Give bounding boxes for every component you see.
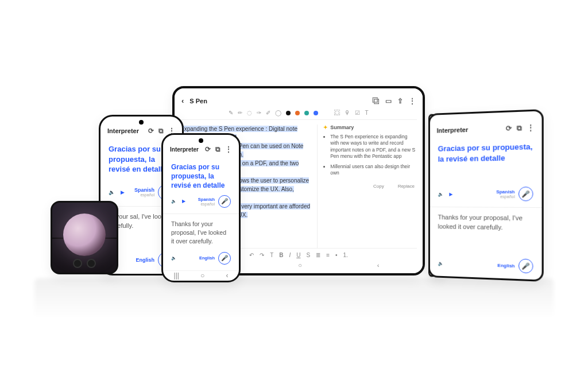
bookmark-icon[interactable]: ▭ <box>385 97 392 105</box>
play-icon[interactable] <box>121 189 125 195</box>
more-icon[interactable]: ⋮ <box>409 97 416 105</box>
bullet-list-icon[interactable]: • <box>335 252 338 258</box>
sparkle-icon <box>323 125 328 130</box>
number-list-icon[interactable]: 1. <box>343 252 348 258</box>
nav-back-icon[interactable]: ‹ <box>377 262 380 269</box>
play-icon[interactable] <box>449 192 452 197</box>
phone-front: Interpreter Gracias por su propuesta, la… <box>161 133 241 282</box>
source-language[interactable]: Spanish <box>496 189 514 195</box>
speaker-icon[interactable] <box>438 261 444 266</box>
todo-icon[interactable]: ☑ <box>355 110 360 116</box>
source-language[interactable]: Spanish <box>198 197 215 202</box>
flip-cameras <box>73 259 96 268</box>
mic-button[interactable] <box>218 195 231 208</box>
replace-button[interactable]: Replace <box>398 184 415 189</box>
reader-icon[interactable]: ⿻ <box>373 97 380 105</box>
fold-device-main: Interpreter Gracias por su propuesta, la… <box>428 109 544 282</box>
tablet-notes-header: ‹ S Pen ⿻ ▭ ⇪ ⋮ <box>180 94 417 108</box>
pen-tool-4-icon[interactable]: ✐ <box>266 110 270 116</box>
play-icon[interactable] <box>182 199 185 204</box>
text-icon[interactable]: T <box>365 110 368 116</box>
target-text: Thanks for your proposal, I've looked it… <box>438 214 533 234</box>
copy-button[interactable]: Copy <box>373 184 384 189</box>
summary-bullet: Millennial users can also design their o… <box>330 164 417 177</box>
color-blue[interactable] <box>314 111 318 115</box>
history-icon[interactable] <box>148 127 154 135</box>
flip-device-closed <box>51 201 118 274</box>
mic-icon <box>221 198 228 204</box>
text-tool[interactable]: T <box>270 252 273 258</box>
mic-icon <box>521 262 530 270</box>
color-orange[interactable] <box>295 111 300 115</box>
history-icon[interactable] <box>205 145 211 153</box>
summary-title: Summary <box>330 125 354 130</box>
phone-system-nav: ||| ○ ‹ <box>163 270 239 281</box>
pen-tool-3-icon[interactable]: ✑ <box>257 110 261 116</box>
speaker-icon[interactable] <box>109 189 115 195</box>
mic-icon <box>221 255 228 261</box>
eraser-icon[interactable]: ◌ <box>247 110 252 116</box>
mic-icon <box>521 191 530 199</box>
nav-back-icon[interactable]: ‹ <box>226 271 228 280</box>
pen-icon[interactable]: ✎ <box>229 110 233 116</box>
mic-button[interactable] <box>218 252 231 265</box>
camera-notch <box>199 138 203 143</box>
color-black[interactable] <box>286 111 291 115</box>
target-language[interactable]: English <box>199 255 215 261</box>
align-center-icon[interactable]: ≡ <box>326 252 330 258</box>
target-language[interactable]: English <box>136 257 154 263</box>
source-text: Gracias por su propuesta, la revisé en d… <box>438 141 533 164</box>
speaker-icon[interactable] <box>171 199 176 204</box>
redo-icon[interactable]: ↷ <box>260 252 264 258</box>
speaker-icon[interactable] <box>171 255 176 261</box>
surface-reflection <box>34 278 554 319</box>
align-left-icon[interactable]: ≣ <box>316 252 320 258</box>
strike-tool[interactable]: S <box>306 252 310 258</box>
italic-tool[interactable]: I <box>289 252 291 258</box>
flip-wallpaper-orb <box>63 214 106 256</box>
screen-toggle-icon[interactable] <box>158 127 164 135</box>
target-text: Thanks for your proposal, I've looked it… <box>171 220 231 246</box>
nav-home-icon[interactable]: ○ <box>298 262 302 269</box>
camera-notch <box>139 120 144 125</box>
more-icon[interactable] <box>225 145 232 153</box>
share-icon[interactable]: ⇪ <box>397 97 403 105</box>
source-language[interactable]: Spanish <box>134 187 154 193</box>
underline-tool[interactable]: U <box>296 252 300 258</box>
nav-recents-icon[interactable]: ||| <box>174 271 179 280</box>
tablet-pen-toolbar[interactable]: ✎ ✏ ◌ ✑ ✐ ◯ ⿴ 🎙 ☑ T <box>180 108 417 120</box>
stylus <box>314 86 400 87</box>
history-icon[interactable] <box>506 124 512 133</box>
app-title: Interpreter <box>437 126 469 134</box>
app-title: Interpreter <box>107 127 139 134</box>
bold-tool[interactable]: B <box>279 252 283 258</box>
highlighter-icon[interactable]: ✏ <box>238 110 242 116</box>
app-title: Interpreter <box>170 146 199 153</box>
screen-toggle-icon[interactable] <box>517 124 523 133</box>
mic-button[interactable] <box>519 259 533 274</box>
target-language[interactable]: English <box>497 262 514 268</box>
more-icon[interactable] <box>527 123 535 132</box>
screen-toggle-icon[interactable] <box>215 145 220 153</box>
color-teal[interactable] <box>304 111 309 115</box>
back-chevron-icon[interactable]: ‹ <box>181 96 184 105</box>
attach-icon[interactable]: ⿴ <box>334 110 340 116</box>
lasso-icon[interactable]: ◯ <box>275 110 281 116</box>
tablet-summary-panel: Summary The S Pen experience is expandin… <box>317 125 417 248</box>
speaker-icon[interactable] <box>438 192 444 197</box>
undo-icon[interactable]: ↶ <box>249 252 254 258</box>
voice-icon[interactable]: 🎙 <box>345 110 350 116</box>
nav-home-icon[interactable]: ○ <box>200 271 204 280</box>
source-text: Gracias por su propuesta, la revisé en d… <box>171 162 231 191</box>
tablet-title: S Pen <box>189 98 207 104</box>
summary-bullet: The S Pen experience is expanding with n… <box>330 134 417 160</box>
mic-button[interactable] <box>519 187 533 201</box>
